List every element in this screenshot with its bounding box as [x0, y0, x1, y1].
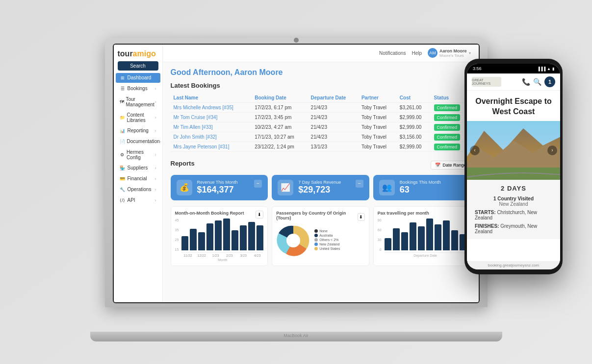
starts-info: STARTS: Christchurch, New Zealand	[475, 210, 552, 220]
search-button[interactable]: Search	[118, 61, 158, 71]
sidebar-item-documentation[interactable]: 📄 Documentation ›	[116, 137, 160, 146]
sidebar-item-hermes-config[interactable]: ⚙ Hermes Config ›	[116, 147, 160, 162]
booking-name: Mrs Jayne Peterson [#31]	[171, 142, 252, 151]
booking-name: Dr John Smith [#32]	[171, 132, 252, 142]
col-last-name: Last Name	[171, 93, 252, 103]
phone-content: Overnight Escape to West Coast	[467, 91, 560, 261]
phone-call-icon[interactable]: 📞	[522, 78, 530, 86]
slider-prev-button[interactable]: ‹	[470, 146, 480, 155]
content-icon: 📁	[120, 115, 125, 121]
sidebar-item-financial[interactable]: 💳 Financial ›	[116, 174, 160, 184]
bar	[198, 232, 205, 250]
avatar: AM	[428, 48, 438, 58]
docs-icon: 📄	[120, 139, 125, 145]
cost: $2,999.00	[397, 112, 431, 122]
sidebar-item-api[interactable]: ⟨/⟩ API ›	[116, 195, 160, 205]
topbar: Notifications Help AM Aaron Moore Moore'…	[163, 45, 479, 62]
bar	[451, 230, 458, 250]
revenue-icon: 💰	[177, 180, 192, 195]
sidebar-item-dashboard[interactable]: ⊞ Dashboard	[116, 73, 160, 83]
departure-date: 21/4/23	[308, 132, 359, 142]
bar	[257, 225, 263, 250]
landscape-image	[467, 121, 560, 180]
sidebar-item-operations[interactable]: 🔧 Operations ›	[116, 185, 160, 194]
col-partner: Partner	[359, 93, 397, 103]
collapse-sales-button[interactable]: −	[356, 180, 363, 188]
booking-date: 17/2/23, 3:45 pm	[252, 112, 308, 122]
sales-label: 7 Day Sales Revenue	[298, 180, 341, 185]
notifications-link[interactable]: Notifications	[379, 50, 406, 56]
finishes-info: FINISHES: Greymouth, New Zealand	[475, 223, 552, 234]
charts-row: Month-on-Month Booking Report ⬇ 45352515	[171, 206, 471, 266]
phone-search-icon[interactable]: 🔍	[533, 78, 541, 86]
collapse-revenue-button[interactable]: −	[254, 180, 262, 188]
booking-date: 17/1/23, 10:27 am	[252, 132, 308, 142]
bar	[385, 238, 391, 250]
partner: Toby Travel	[359, 122, 397, 132]
phone-status-bar: 3:56 ▐▐▐ ▲ ▮	[467, 64, 560, 73]
bookings-month-label: Bookings This Month	[400, 180, 441, 185]
bar	[401, 232, 408, 250]
chart-passengers: Passengers by Country Of Origin (Tours) …	[272, 206, 369, 266]
bar	[443, 220, 450, 250]
reporting-icon: 📊	[120, 128, 126, 134]
sidebar-item-content-libraries[interactable]: 📁 Content Libraries ›	[116, 110, 160, 125]
bar	[435, 224, 441, 250]
bar	[393, 228, 400, 250]
metric-bookings-month: 👥 Bookings This Month 63	[373, 175, 471, 200]
cart-badge[interactable]: 1	[544, 76, 555, 87]
chart2-title: Passengers by Country Of Origin (Tours)	[276, 211, 357, 220]
main-content: Notifications Help AM Aaron Moore Moore'…	[163, 45, 479, 302]
cost: $3,156.00	[397, 132, 431, 142]
bar-x-label: 4/23	[251, 254, 263, 257]
sidebar-item-tour-management[interactable]: 🗺 Tour Management ›	[116, 95, 160, 109]
tour-days: 2 DAYS	[475, 185, 552, 192]
col-booking-date: Booking Date	[252, 93, 308, 103]
departure-date: 13/1/23	[308, 142, 359, 151]
table-row: Dr John Smith [#32] 17/1/23, 10:27 am 21…	[171, 132, 471, 142]
col-departure-date: Departure Date	[308, 93, 359, 103]
sidebar-item-suppliers[interactable]: 🏪 Suppliers ›	[116, 163, 160, 173]
bar-x-label: 11/22	[181, 254, 194, 257]
help-link[interactable]: Help	[412, 50, 422, 56]
laptop-camera	[294, 38, 299, 43]
greeting-text: Good Afternoon, Aaron Moore	[171, 68, 471, 77]
website-link[interactable]: booking.greatjourneysnz.com	[488, 263, 540, 267]
laptop-base: MacBook Air	[90, 332, 502, 341]
operations-icon: 🔧	[120, 187, 126, 193]
bar	[215, 220, 222, 250]
status-badge: Confirmed	[434, 144, 461, 150]
slider-next-button[interactable]: ›	[547, 146, 557, 155]
laptop-screen: touramigo Search ⊞ Dashboard ☰ Bookings …	[113, 44, 480, 303]
download-chart1-button[interactable]: ⬇	[256, 211, 263, 218]
financial-icon: 💳	[120, 176, 126, 182]
sidebar-item-bookings[interactable]: ☰ Bookings ›	[116, 84, 160, 94]
dashboard-icon: ⊞	[120, 75, 126, 81]
phone: 3:56 ▐▐▐ ▲ ▮ GREAT JOURNEYS 📞 🔍	[464, 59, 563, 274]
partner: Toby Travel	[359, 112, 397, 122]
table-row: Mr Tim Allen [#33] 10/2/23, 4:27 am 21/4…	[171, 122, 471, 132]
country-value: New Zealand	[475, 201, 552, 207]
download-chart2-button[interactable]: ⬇	[358, 213, 365, 221]
pie-chart	[276, 223, 310, 258]
phone-nav: GREAT JOURNEYS 📞 🔍 1	[467, 73, 560, 91]
user-name: Aaron Moore	[439, 49, 467, 53]
bar	[232, 230, 238, 250]
tour-image-slider: ‹ ›	[467, 121, 560, 180]
bookings-month-icon: 👥	[379, 180, 395, 195]
partner: Toby Travel	[359, 142, 397, 151]
sidebar-item-reporting[interactable]: 📊 Reporting ›	[116, 126, 160, 136]
cost: $2,999.00	[397, 122, 431, 132]
status-badge: Confirmed	[434, 114, 461, 121]
user-sub: Moore's Tours	[439, 53, 467, 58]
revenue-value: $164,377	[197, 185, 238, 195]
svg-point-1	[286, 234, 300, 247]
chart1-title: Month-on-Month Booking Report	[175, 211, 244, 216]
tour-icon: 🗺	[120, 99, 124, 105]
user-menu[interactable]: AM Aaron Moore Moore's Tours ▾	[428, 48, 471, 58]
bar	[426, 218, 433, 250]
sales-icon: 📈	[278, 180, 293, 195]
bar-x-label: 1/23	[209, 254, 222, 257]
calendar-icon: 📅	[435, 163, 440, 168]
bookings-month-value: 63	[400, 185, 441, 195]
